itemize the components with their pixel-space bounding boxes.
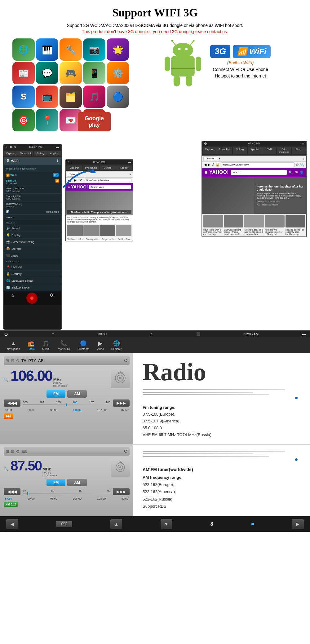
am-button-2[interactable]: AM	[67, 479, 87, 486]
clock-icon-2[interactable]: ⊙	[16, 449, 20, 454]
app-icon[interactable]: 🗂️	[60, 86, 82, 108]
phonelink-btn[interactable]: PhoneLink	[18, 151, 33, 156]
app-icon[interactable]: 🎵	[83, 86, 105, 108]
bottom-back-btn[interactable]: ◀	[6, 519, 18, 529]
nav-phonelink[interactable]: 📞 PhoneLink	[53, 339, 74, 352]
app-icon[interactable]: 💬	[36, 62, 58, 84]
refresh-icon[interactable]: ↺	[124, 358, 128, 364]
settings-icon[interactable]: ⚙	[50, 293, 54, 304]
nav-music[interactable]: 🎵 Music	[38, 339, 53, 352]
wifi-toggle[interactable]: ON	[53, 173, 59, 177]
star-btn[interactable]: ☆	[296, 163, 299, 167]
settings-location[interactable]: 📍 Location	[4, 264, 61, 271]
eq-icon[interactable]: ⊞	[6, 358, 9, 363]
nav-radio[interactable]: 📻 Radio	[24, 339, 39, 352]
nav-video[interactable]: ▶ Video	[93, 339, 108, 352]
new-tab-btn[interactable]: ✕	[129, 173, 131, 176]
settings-backup[interactable]: 🔄 Backup & reset	[4, 284, 61, 291]
settings-security[interactable]: 🔒 Security	[4, 271, 61, 277]
app-icon[interactable]: 🔧	[60, 38, 82, 61]
app-icon[interactable]: 📷	[83, 38, 105, 61]
google-play-button[interactable]: Google play	[78, 112, 111, 131]
network-mercury[interactable]: MERCURY_88AWPS available	[4, 186, 61, 194]
data-usage-item[interactable]: 📊 Data usage	[4, 209, 61, 215]
app-icon[interactable]: 🌐	[12, 38, 35, 61]
settings-apps[interactable]: ⬛ Apps	[4, 252, 61, 259]
google-play-icon[interactable]: Google play	[83, 109, 105, 131]
yahoo-tab-2[interactable]: Yahoo	[203, 156, 217, 161]
setting-btn[interactable]: Setting	[34, 151, 47, 156]
fm-button[interactable]: FM	[46, 390, 65, 398]
menu-icon-1[interactable]: ☰	[68, 186, 70, 188]
app-icon[interactable]: 🌟	[107, 38, 129, 61]
seek-forward-btn[interactable]: ▶▶▶	[113, 399, 130, 407]
refresh-icon-2[interactable]: ↺	[124, 448, 128, 454]
applist-btn[interactable]: App list	[47, 151, 61, 156]
bottom-nav-bar: ⌂ ⚙	[4, 291, 61, 305]
settings-language[interactable]: 🌐 Language & input	[4, 277, 61, 284]
wifi-toggle-row[interactable]: 📶 Wi-Fi ON	[4, 172, 61, 178]
bottom-off-btn[interactable]: OFF	[56, 521, 72, 527]
bottom-right-btn[interactable]: ▶	[292, 519, 304, 529]
fm-button-2[interactable]: FM	[46, 479, 65, 486]
settings-sound[interactable]: 🔊 Sound	[4, 225, 61, 232]
settings-screenshot[interactable]: 📸 ScreenshotSetting	[4, 239, 61, 245]
read-more-link[interactable]: Read his tender tweet »	[257, 200, 304, 202]
wifi-menu-icon[interactable]: ⋮	[56, 159, 59, 162]
nav-explorer[interactable]: 🌐 Explorer	[108, 339, 126, 352]
clock-icon[interactable]: ⊙	[16, 358, 20, 363]
yahoo-search-1[interactable]: Search Web	[89, 185, 131, 189]
forward-btn-2[interactable]: ▶	[208, 163, 210, 167]
menu-icon-2[interactable]: ☰	[205, 171, 207, 174]
app-icon[interactable]: 🎯	[12, 109, 35, 131]
keyboard-icon[interactable]: ⌨	[21, 449, 27, 454]
app-icon[interactable]: 📺	[36, 86, 58, 108]
app-icon[interactable]: 🎮	[60, 62, 82, 84]
network-huawei[interactable]: HUAWEI-Burgno WPA2	[4, 201, 61, 209]
am-button[interactable]: AM	[67, 390, 87, 398]
app-icon[interactable]: S	[12, 86, 35, 108]
seek-forward-btn-2[interactable]: ▶▶▶	[113, 488, 130, 495]
app-icon[interactable]: 🔵	[107, 86, 129, 108]
options-menu[interactable]: ⋮	[303, 157, 305, 160]
bottom-down-btn[interactable]: ▼	[161, 519, 172, 529]
search-icon-2[interactable]: 🔍	[289, 170, 293, 174]
refresh-btn[interactable]: ↺	[79, 178, 84, 182]
yahoo-search-2[interactable]: Search	[231, 170, 287, 175]
app-icon[interactable]: 📰	[12, 62, 35, 84]
home-icon[interactable]: ⌂	[11, 293, 14, 304]
explorer-btn[interactable]: Explorer	[4, 151, 18, 156]
seek-back-btn-2[interactable]: ◀◀◀	[4, 488, 20, 495]
close-tab-btn[interactable]: ✕	[219, 157, 221, 160]
settings-storage[interactable]: 📦 Storage	[4, 245, 61, 252]
list-icon[interactable]: ⊟	[11, 358, 14, 363]
network-xiaomi[interactable]: Xiaomi_FRA2WPS available	[4, 194, 61, 201]
pty-btn[interactable]: PTY	[28, 358, 36, 363]
more-item[interactable]: More...	[4, 215, 61, 220]
url-bar-2[interactable]: https://www.yahoo.com/	[221, 162, 294, 167]
yahoo-tab[interactable]: Yahoo	[67, 172, 78, 177]
back-btn[interactable]: ◀	[67, 178, 72, 182]
eq-icon-2[interactable]: ⊞	[6, 449, 9, 454]
app-icon[interactable]: ⚙️	[107, 62, 129, 84]
blue-dot-2	[295, 458, 298, 461]
back-btn-2[interactable]: ◀	[204, 163, 206, 167]
bottom-forward-btn[interactable]: ▲	[110, 519, 122, 529]
af-btn[interactable]: AF	[38, 358, 43, 363]
volume-knob[interactable]	[26, 293, 38, 304]
app-icon[interactable]: 📱	[83, 62, 105, 84]
app-icon[interactable]: 📍	[36, 109, 58, 131]
ta-btn[interactable]: TA	[21, 358, 26, 363]
forward-btn[interactable]: ▶	[73, 178, 78, 182]
user-icon[interactable]: 👤	[299, 170, 304, 174]
list-icon-2[interactable]: ⊟	[11, 449, 14, 454]
mail-icon[interactable]: ✉	[295, 170, 298, 174]
search-btn[interactable]: 🔍	[300, 163, 304, 167]
app-icon[interactable]: 🎹	[36, 38, 58, 61]
nav-navigation[interactable]: ▲ Navigation	[3, 339, 24, 352]
nav-bluetooth[interactable]: 🔵 Bluetooth	[74, 339, 93, 352]
url-bar-1[interactable]: https://www.yahoo.com/	[85, 178, 131, 182]
seek-back-btn[interactable]: ◀◀◀	[4, 399, 20, 407]
refresh-btn-2[interactable]: ↺	[211, 163, 214, 167]
settings-display[interactable]: 💡 Display	[4, 232, 61, 239]
